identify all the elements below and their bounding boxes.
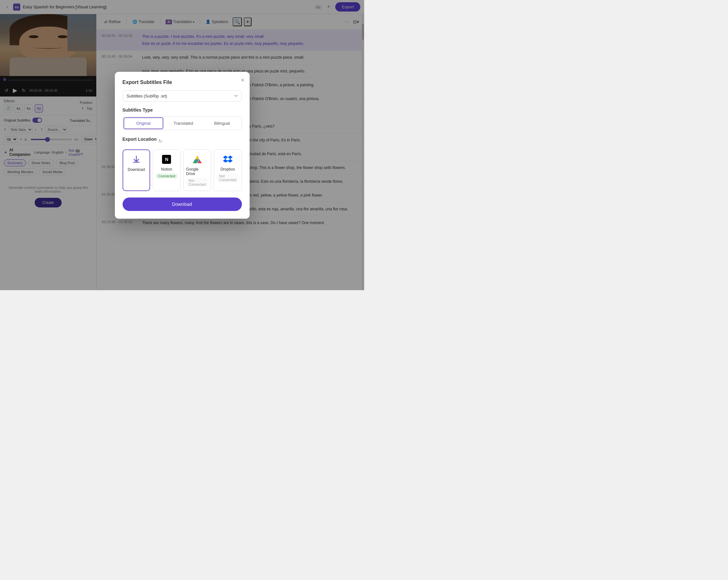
- format-select[interactable]: Subtitles (SubRip .srt) WebVTT (.vtt) SB…: [123, 90, 242, 102]
- subtitle-type-original[interactable]: Original: [124, 117, 164, 129]
- dropbox-location-icon: [222, 154, 234, 165]
- export-locations-group: Download N Notion Connected: [123, 149, 242, 191]
- notion-location-name: Notion: [161, 167, 172, 171]
- subtitle-type-bilingual[interactable]: Bilingual: [203, 117, 241, 130]
- google-drive-location-icon: [191, 154, 203, 165]
- subtitle-type-label: Subtitles Type: [123, 107, 242, 113]
- download-location-icon: [131, 154, 142, 165]
- google-drive-location-name: Google Drive: [186, 167, 208, 176]
- modal-overlay[interactable]: Export Subtitles File × Subtitles (SubRi…: [0, 0, 364, 290]
- download-button[interactable]: Download: [123, 197, 242, 211]
- download-location-name: Download: [128, 167, 145, 172]
- subtitle-types-group: Original Translated Bilingual: [123, 116, 242, 130]
- location-dropbox[interactable]: Dropbox Not Connected: [214, 149, 241, 191]
- location-download[interactable]: Download: [123, 149, 150, 191]
- location-notion[interactable]: N Notion Connected: [153, 149, 181, 191]
- export-location-label: Export Location: [123, 137, 157, 142]
- subtitle-type-translated[interactable]: Translated: [164, 117, 203, 130]
- dropbox-location-name: Dropbox: [220, 167, 235, 171]
- refresh-icon[interactable]: ↻: [158, 139, 162, 144]
- export-location-header: Export Location ↻: [123, 137, 242, 145]
- export-modal: Export Subtitles File × Subtitles (SubRi…: [115, 72, 250, 219]
- location-google-drive[interactable]: Google Drive Not Connected: [183, 149, 211, 191]
- dropbox-status: Not Connected: [216, 173, 239, 183]
- notion-status: Connected: [156, 173, 178, 178]
- modal-title: Export Subtitles File: [123, 80, 242, 85]
- notion-location-icon: N: [161, 154, 172, 165]
- modal-close-button[interactable]: ×: [241, 77, 244, 84]
- google-drive-status: Not Connected: [186, 178, 208, 187]
